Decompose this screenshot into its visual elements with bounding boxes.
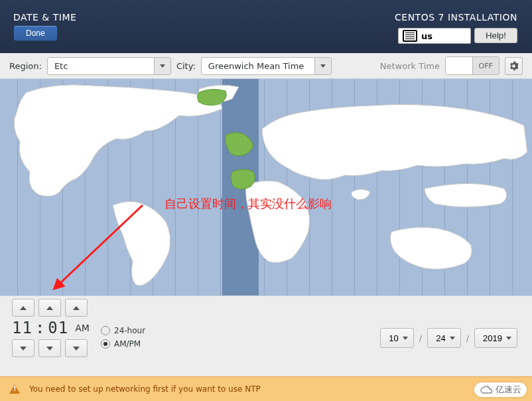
chevron-down-icon	[20, 347, 27, 351]
month-combo[interactable]: 24	[427, 328, 460, 348]
done-button[interactable]: Done	[13, 25, 58, 41]
watermark-text: 亿速云	[496, 384, 521, 396]
chevron-down-icon	[403, 337, 408, 340]
ampm-up-button[interactable]	[65, 299, 88, 317]
date-time-spoke: DATE & TIME CENTOS 7 INSTALLATION Done u…	[0, 0, 532, 401]
network-time-label: Network Time	[380, 61, 440, 71]
radio-icon	[101, 326, 110, 335]
radio-ampm[interactable]: AM/PM	[101, 337, 145, 351]
month-value: 24	[436, 333, 445, 343]
time-colon: :	[35, 319, 45, 337]
gear-icon	[509, 61, 518, 71]
warning-text: You need to set up networking first if y…	[29, 384, 261, 394]
switch-off-label: OFF	[473, 57, 499, 74]
chevron-down-icon	[450, 337, 455, 340]
city-value: Greenwich Mean Time	[202, 58, 314, 74]
annotation-text: 自己设置时间，其实没什么影响	[165, 196, 332, 212]
keyboard-layout-label: us	[421, 31, 432, 41]
network-time-switch[interactable]: OFF	[445, 56, 499, 75]
region-value: Etc	[48, 58, 154, 74]
keyboard-icon	[403, 30, 417, 42]
time-format-radios: 24-hour AM/PM	[101, 324, 145, 351]
header-bar: DATE & TIME CENTOS 7 INSTALLATION Done u…	[0, 0, 532, 53]
time-controls: 11 : 01 AM	[12, 299, 90, 357]
date-controls: 10 / 24 / 2019	[380, 328, 517, 348]
minutes-up-button[interactable]	[38, 299, 61, 317]
ampm-down-button[interactable]	[65, 339, 88, 357]
radio-ampm-label: AM/PM	[114, 339, 141, 349]
warning-icon	[9, 384, 20, 394]
keyboard-indicator[interactable]: us	[398, 28, 471, 44]
timezone-map[interactable]: 自己设置时间，其实没什么影响	[0, 78, 532, 296]
help-button[interactable]: Help!	[474, 28, 517, 43]
region-combo[interactable]: Etc	[47, 57, 171, 75]
year-value: 2019	[483, 333, 502, 343]
warning-bar: You need to set up networking first if y…	[0, 376, 532, 401]
chevron-down-icon	[46, 347, 53, 351]
radio-24hour-label: 24-hour	[114, 326, 145, 335]
day-combo[interactable]: 10	[380, 328, 413, 348]
chevron-up-icon	[20, 306, 27, 310]
chevron-down-icon	[154, 58, 170, 74]
date-separator: /	[466, 333, 469, 343]
hours-up-button[interactable]	[12, 299, 34, 317]
city-combo[interactable]: Greenwich Mean Time	[201, 57, 332, 75]
minutes-value: 01	[48, 319, 68, 337]
city-label: City:	[176, 61, 196, 71]
radio-icon-checked	[101, 339, 110, 349]
watermark: 亿速云	[474, 382, 527, 397]
selected-region-highlight	[0, 79, 532, 295]
ampm-value: AM	[75, 323, 90, 333]
radio-24hour[interactable]: 24-hour	[101, 324, 145, 337]
installer-title: CENTOS 7 INSTALLATION	[395, 12, 517, 23]
ntp-settings-button[interactable]	[505, 57, 523, 75]
region-label: Region:	[9, 61, 42, 71]
hours-value: 11	[12, 319, 33, 337]
toolbar: Region: Etc City: Greenwich Mean Time Ne…	[0, 53, 532, 78]
bottom-panel: 11 : 01 AM 24-hour AM/PM 10	[0, 299, 532, 377]
page-title: DATE & TIME	[13, 12, 76, 23]
chevron-down-icon	[314, 58, 331, 74]
chevron-down-icon	[73, 347, 80, 351]
switch-knob	[446, 57, 473, 74]
day-value: 10	[389, 333, 398, 343]
chevron-up-icon	[46, 306, 53, 310]
hours-down-button[interactable]	[12, 339, 34, 357]
year-combo[interactable]: 2019	[474, 328, 517, 348]
chevron-up-icon	[73, 306, 80, 310]
chevron-down-icon	[506, 337, 511, 340]
cloud-icon	[480, 385, 493, 394]
minutes-down-button[interactable]	[38, 339, 61, 357]
date-separator: /	[419, 333, 422, 343]
